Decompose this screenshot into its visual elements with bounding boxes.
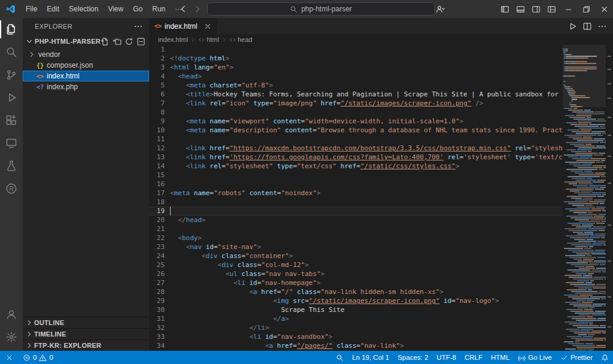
code-line-26[interactable]: 26 <ul class="nav nav-tabs"> xyxy=(149,269,563,278)
menu-file[interactable]: File xyxy=(21,0,42,18)
code-line-32[interactable]: 32 </li> xyxy=(149,323,563,332)
code-line-13[interactable]: 13 <link href='https://fonts.googleapis.… xyxy=(149,153,563,162)
status-notifications[interactable] xyxy=(597,351,613,364)
activity-testing[interactable] xyxy=(0,154,23,177)
code-line-11[interactable]: 11 xyxy=(149,135,563,144)
line-number[interactable]: 23 xyxy=(149,242,165,251)
breadcrumb-item[interactable]: index.html xyxy=(158,36,188,43)
breadcrumb-item[interactable]: html xyxy=(207,36,219,43)
code-line-28[interactable]: 28 <a href="/" class="nav-link hidden-sm… xyxy=(149,287,563,296)
file-vendor[interactable]: vendor xyxy=(23,49,149,60)
activity-run-debug[interactable] xyxy=(0,86,23,109)
activity-settings-gear[interactable] xyxy=(0,326,23,348)
line-number[interactable]: 22 xyxy=(149,233,165,242)
menu-view[interactable]: View xyxy=(103,0,128,18)
line-number[interactable]: 7 xyxy=(149,99,165,108)
line-number[interactable]: 20 xyxy=(149,216,165,225)
line-number[interactable]: 24 xyxy=(149,251,165,260)
line-number[interactable]: 9 xyxy=(149,117,165,126)
line-number[interactable]: 18 xyxy=(149,198,165,207)
minimize-button[interactable] xyxy=(559,0,577,18)
code-line-14[interactable]: 14 <link rel="stylesheet" type="text/css… xyxy=(149,162,563,171)
code-line-6[interactable]: 6 <title>Hockey Teams: Forms, Searching … xyxy=(149,90,563,99)
file-index-php[interactable]: <?index.php xyxy=(23,81,149,92)
activity-r-extension[interactable]: R xyxy=(0,177,23,200)
code-line-12[interactable]: 12 <link href="https://maxcdn.bootstrapc… xyxy=(149,144,563,153)
code-line-16[interactable]: 16 xyxy=(149,180,563,189)
new-folder-button[interactable] xyxy=(113,37,122,46)
code-line-34[interactable]: 34 <a href="/pages/" class="nav-link"> xyxy=(149,341,563,350)
line-number[interactable]: 2 xyxy=(149,54,165,63)
code-line-9[interactable]: 9 <meta name="viewport" content="width=d… xyxy=(149,117,563,126)
code-line-27[interactable]: 27 <li id="nav-homepage"> xyxy=(149,278,563,287)
line-number[interactable]: 31 xyxy=(149,314,165,323)
code-line-23[interactable]: 23 <nav id="site-nav"> xyxy=(149,242,563,251)
line-number[interactable]: 33 xyxy=(149,332,165,341)
section-ftp-kr-explorer[interactable]: FTP-KR: EXPLORER xyxy=(23,339,149,351)
line-number[interactable]: 14 xyxy=(149,162,165,171)
file-composer-json[interactable]: {}composer.json xyxy=(23,60,149,71)
code-line-31[interactable]: 31 </a> xyxy=(149,314,563,323)
line-number[interactable]: 21 xyxy=(149,225,165,233)
collapse-all-button[interactable] xyxy=(136,37,145,46)
code-line-15[interactable]: 15 xyxy=(149,171,563,180)
status-prettier[interactable]: Prettier xyxy=(556,351,597,364)
line-number[interactable]: 10 xyxy=(149,126,165,135)
forward-icon[interactable] xyxy=(193,4,202,14)
code-line-20[interactable]: 20 </head> xyxy=(149,216,563,225)
status-language-mode[interactable]: HTML xyxy=(487,351,514,364)
code-line-1[interactable]: 1 xyxy=(149,45,563,54)
code-line-8[interactable]: 8 xyxy=(149,108,563,117)
section-outline[interactable]: OUTLINE xyxy=(23,317,149,328)
activity-explorer[interactable] xyxy=(0,18,23,41)
status-go-live[interactable]: Go Live xyxy=(514,351,556,364)
code-line-24[interactable]: 24 <div class="container"> xyxy=(149,251,563,260)
more-actions-button[interactable] xyxy=(597,22,607,31)
line-number[interactable]: 15 xyxy=(149,171,165,180)
line-number[interactable]: 26 xyxy=(149,269,165,278)
line-number[interactable]: 17 xyxy=(149,189,165,198)
line-number[interactable]: 19 xyxy=(149,207,165,216)
line-number[interactable]: 29 xyxy=(149,296,165,305)
line-number[interactable]: 4 xyxy=(149,72,165,81)
remote-indicator[interactable] xyxy=(0,351,19,364)
overview-ruler[interactable] xyxy=(606,45,613,351)
activity-search[interactable] xyxy=(0,41,23,63)
file-index-html[interactable]: <>index.html xyxy=(23,71,149,81)
minimap[interactable] xyxy=(563,45,606,351)
line-number[interactable]: 16 xyxy=(149,180,165,189)
line-number[interactable]: 13 xyxy=(149,153,165,162)
problems-indicator[interactable]: 0 0 xyxy=(19,351,57,364)
back-icon[interactable] xyxy=(178,4,188,14)
close-button[interactable] xyxy=(595,0,613,18)
line-number[interactable]: 8 xyxy=(149,108,165,117)
tab-index-html[interactable]: <> index.html xyxy=(149,18,217,34)
more-actions-icon[interactable] xyxy=(133,22,143,31)
line-number[interactable]: 1 xyxy=(149,45,165,54)
code-line-17[interactable]: 17<meta name="robots" content="noindex"> xyxy=(149,189,563,198)
line-number[interactable]: 5 xyxy=(149,81,165,90)
line-number[interactable]: 32 xyxy=(149,323,165,332)
line-number[interactable]: 3 xyxy=(149,63,165,72)
line-number[interactable]: 34 xyxy=(149,341,165,350)
menu-selection[interactable]: Selection xyxy=(64,0,103,18)
code-editor[interactable]: 12<!doctype html>3<html lang="en">4 <hea… xyxy=(149,45,563,351)
breadcrumb-item[interactable]: head xyxy=(238,36,252,43)
menu-edit[interactable]: Edit xyxy=(42,0,64,18)
code-line-21[interactable]: 21 xyxy=(149,225,563,233)
code-line-33[interactable]: 33 <li id="nav-sandbox"> xyxy=(149,332,563,341)
code-line-4[interactable]: 4 <head> xyxy=(149,72,563,81)
code-line-7[interactable]: 7 <link rel="icon" type="image/png" href… xyxy=(149,99,563,108)
line-number[interactable]: 11 xyxy=(149,135,165,144)
status-zoom[interactable] xyxy=(332,351,348,364)
section-timeline[interactable]: TIMELINE xyxy=(23,328,149,339)
code-line-18[interactable]: 18 xyxy=(149,198,563,207)
code-line-5[interactable]: 5 <meta charset="utf-8"> xyxy=(149,81,563,90)
layout-sidebar-left-button[interactable] xyxy=(497,0,512,18)
activity-extensions[interactable] xyxy=(0,109,23,132)
code-line-29[interactable]: 29 <img src="/static/images/scraper-icon… xyxy=(149,296,563,305)
activity-remote-explorer[interactable] xyxy=(0,132,23,154)
status-encoding[interactable]: UTF-8 xyxy=(432,351,460,364)
new-file-button[interactable] xyxy=(101,37,110,46)
command-center-search[interactable]: php-html-parser xyxy=(207,2,435,16)
